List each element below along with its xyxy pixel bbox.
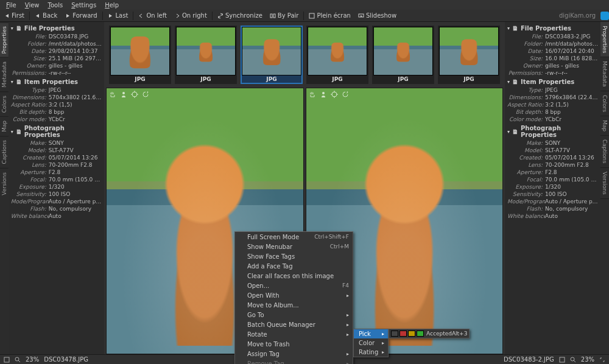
last-button[interactable]: Last <box>104 10 132 21</box>
vtab-colors[interactable]: Colors <box>0 91 9 116</box>
submenu-item[interactable]: Color▸ <box>354 338 388 348</box>
vtab-map[interactable]: Map <box>0 116 9 136</box>
property-row: File:DSC03483-2.JPG <box>507 33 598 40</box>
vtab-properties-r[interactable]: Properties <box>600 22 609 57</box>
menu-item: Remove Tag▸ <box>235 359 353 364</box>
brand-icon[interactable] <box>600 12 609 20</box>
menu-item[interactable]: Assign Tag▸ <box>235 349 353 359</box>
target-icon[interactable] <box>131 91 138 98</box>
property-row: Exposure:1/320 <box>507 183 598 191</box>
doc-icon: 🗎 <box>16 79 22 85</box>
panel-title: Photograph Properties <box>24 125 102 138</box>
menu-tools[interactable]: Tools <box>44 2 66 9</box>
slideshow-button[interactable]: Slideshow <box>354 10 400 21</box>
property-row: Type:JPEG <box>11 86 102 94</box>
vtab-properties[interactable]: Properties <box>0 22 9 57</box>
back-button[interactable]: Back <box>31 10 61 21</box>
menu-item[interactable]: Go To▸ <box>235 310 353 320</box>
menu-item[interactable]: Show Face Tags <box>235 251 353 261</box>
flag-pending[interactable] <box>408 331 415 337</box>
property-row: Lens:70-200mm F2.8 <box>11 161 102 169</box>
menu-item[interactable]: Open...F4 <box>235 281 353 290</box>
hand-icon[interactable] <box>109 91 116 98</box>
thumbnail[interactable]: JPG <box>175 26 237 84</box>
person-icon[interactable] <box>120 91 127 98</box>
vtab-captions[interactable]: Captions <box>0 136 9 167</box>
panel-title: Item Properties <box>24 79 78 85</box>
menu-item[interactable]: Add a Face Tag <box>235 261 353 271</box>
left-panel: ▾🗎File PropertiesFile:DSC03478.JPGFolder… <box>9 22 104 354</box>
vtab-versions-r[interactable]: Versions <box>600 168 609 199</box>
submenu-item[interactable]: Rating▸ <box>354 348 388 357</box>
brand-link[interactable]: digiKam.org <box>559 12 598 19</box>
menu-icon <box>237 243 244 250</box>
menu-view[interactable]: View <box>21 2 43 9</box>
svg-point-13 <box>332 92 337 97</box>
property-row: Make:SONY <box>507 139 598 147</box>
vtab-versions[interactable]: Versions <box>0 168 9 199</box>
zoom-actual-icon-r[interactable] <box>570 357 576 363</box>
property-row: File:DSC03478.JPG <box>11 33 102 40</box>
thumbnail[interactable]: JPG <box>109 26 171 84</box>
thumbnail[interactable]: JPG <box>372 26 434 84</box>
menu-file[interactable]: File <box>2 2 20 9</box>
menu-item[interactable]: Rotate▸ <box>235 329 353 339</box>
menu-item[interactable]: Show MenubarCtrl+M <box>235 242 353 251</box>
rotate-icon[interactable] <box>342 91 349 98</box>
back-label: Back <box>43 12 57 19</box>
zoom-fit-icon[interactable] <box>4 357 10 363</box>
hand-icon[interactable] <box>309 91 316 98</box>
fullscreen-icon <box>309 13 315 19</box>
property-row: Type:JPEG <box>507 86 598 94</box>
submenu-item[interactable]: Pick▸ <box>354 329 388 338</box>
flag-none[interactable] <box>391 331 398 337</box>
thumbnail[interactable]: JPG <box>306 26 368 84</box>
onright-button[interactable]: On right <box>171 10 211 21</box>
panel-title: File Properties <box>24 25 75 32</box>
first-button[interactable]: First <box>0 10 28 21</box>
vtab-colors-r[interactable]: Colors <box>600 91 609 116</box>
property-row: Owner:gilles - gilles <box>11 62 102 69</box>
forward-label: Forward <box>72 12 97 19</box>
panel-title: Item Properties <box>521 79 574 85</box>
person-icon[interactable] <box>320 91 327 98</box>
svg-rect-1 <box>273 14 275 18</box>
bypair-button[interactable]: By Pair <box>266 10 303 21</box>
flag-accepted[interactable] <box>417 331 424 337</box>
thumbnail[interactable]: JPG <box>438 26 500 84</box>
vtab-captions-r[interactable]: Captions <box>600 136 609 167</box>
property-row: Color mode:YCbCr <box>11 116 102 123</box>
menu-item[interactable]: Move to Trash <box>235 339 353 349</box>
property-row: White balance:Auto <box>11 212 102 220</box>
menu-help[interactable]: Help <box>101 2 122 9</box>
menu-item[interactable]: Batch Queue Manager▸ <box>235 320 353 329</box>
menu-item[interactable]: Open With▸ <box>235 290 353 300</box>
expand-icon[interactable] <box>599 357 605 363</box>
zoom-actual-icon[interactable] <box>15 357 21 363</box>
fullscreen-button[interactable]: Plein écran <box>305 10 354 21</box>
zoom-left: 23% <box>26 356 39 363</box>
property-row: Owner:gilles - gilles <box>507 62 598 69</box>
left-pane-tools <box>109 91 149 98</box>
menu-item[interactable]: Full Screen ModeCtrl+Shift+F <box>235 232 353 242</box>
target-icon[interactable] <box>331 91 338 98</box>
zoom-fit-icon-r[interactable] <box>559 357 565 363</box>
vtab-metadata[interactable]: Metadata <box>0 57 9 91</box>
svg-rect-2 <box>309 13 314 18</box>
menu-settings[interactable]: Settings <box>68 2 100 9</box>
flag-rejected[interactable] <box>400 331 407 337</box>
context-submenu: Pick▸Color▸Rating▸ <box>353 329 389 357</box>
thumbnail[interactable]: JPG <box>241 26 303 84</box>
right-vtabs: Properties Metadata Colors Map Captions … <box>600 22 609 354</box>
sync-button[interactable]: Synchronize <box>214 10 266 21</box>
blank-icon <box>237 292 244 299</box>
menu-item[interactable]: Move to Album... <box>235 300 353 310</box>
zoom-right: 23% <box>581 356 594 363</box>
menu-item[interactable]: Clear all faces on this image <box>235 271 353 281</box>
forward-button[interactable]: Forward <box>61 10 100 21</box>
onleft-button[interactable]: On left <box>135 10 171 21</box>
vtab-metadata-r[interactable]: Metadata <box>600 57 609 91</box>
left-vtabs: Properties Metadata Colors Map Captions … <box>0 22 9 354</box>
rotate-icon[interactable] <box>142 91 149 98</box>
vtab-map-r[interactable]: Map <box>600 116 609 136</box>
